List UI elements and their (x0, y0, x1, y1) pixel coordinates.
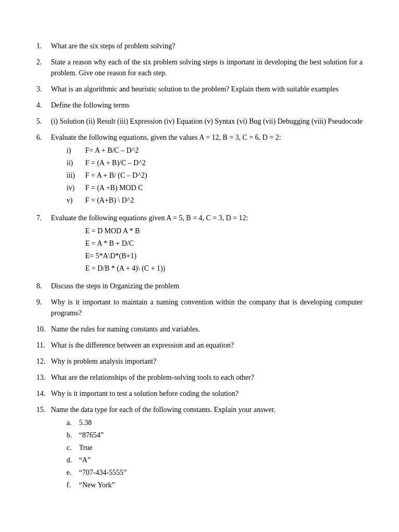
question-text: (i) Solution (ii) Result (iii) Expressio… (51, 116, 363, 127)
alpha-label: d. (66, 455, 79, 466)
alpha-item: b.“87654” (66, 430, 363, 441)
sub-text: E = A * B + D/C (85, 238, 363, 249)
question-text: Discuss the steps in Organizing the prob… (51, 281, 363, 291)
alpha-label: b. (66, 430, 79, 441)
sub-label (66, 225, 85, 236)
question-item: 14.Why is it important to test a solutio… (36, 388, 363, 399)
alpha-text: “A” (79, 455, 363, 466)
alpha-label: c. (66, 442, 79, 453)
sub-item: v)F = (A+B) \ D^2 (66, 195, 363, 206)
sub-item: E = D/B * (A + 4)\ (C + 1)) (66, 263, 363, 274)
question-item: 5.(i) Solution (ii) Result (iii) Express… (36, 116, 363, 127)
sub-text: F= A + B/C – D^2 (85, 145, 363, 156)
sub-text: F = (A + B)/C – D^2 (85, 157, 363, 168)
question-number: 12. (36, 356, 51, 367)
sub-text: E = D/B * (A + 4)\ (C + 1)) (85, 263, 363, 274)
question-text: What are the six steps of problem solvin… (51, 41, 363, 51)
sub-label: iv) (66, 182, 85, 193)
sub-item: E = A * B + D/C (66, 238, 363, 249)
question-text: Why is problem analysis important? (51, 356, 363, 367)
sub-item: E = D MOD A * B (66, 225, 363, 236)
question-list: 1.What are the six steps of problem solv… (36, 41, 363, 492)
sub-text: F = A + B/ (C – D^2) (85, 170, 363, 181)
question-item: 15.Name the data type for each of the fo… (36, 404, 363, 492)
question-text: What are the relationships of the proble… (51, 372, 363, 383)
sub-text: F = (A+B) \ D^2 (85, 195, 363, 206)
question-item: 4.Define the following terms (36, 100, 363, 111)
alpha-item: e.“707-434-5555” (66, 467, 363, 478)
question-text: Define the following terms (51, 100, 363, 111)
alpha-text: “New York” (79, 480, 363, 490)
question-text: What is the difference between an expres… (51, 340, 363, 351)
question-number: 3. (36, 84, 51, 95)
question-text: Evaluate the following equations given A… (51, 212, 363, 275)
question-item: 6.Evaluate the following equations, give… (36, 132, 363, 207)
question-item: 7.Evaluate the following equations given… (36, 212, 363, 275)
sub-item: E= 5*A\D*(B+1) (66, 250, 363, 261)
question-text: What is an algorithmic and heuristic sol… (51, 84, 363, 95)
alpha-label: a. (66, 417, 79, 428)
question-text: Why is it important to test a solution b… (51, 388, 363, 399)
alpha-item: d.“A” (66, 455, 363, 466)
question-number: 10. (36, 324, 51, 335)
sub-list: E = D MOD A * BE = A * B + D/CE= 5*A\D*(… (51, 225, 363, 274)
alpha-label: e. (66, 467, 79, 478)
question-number: 14. (36, 388, 51, 399)
sub-text: E= 5*A\D*(B+1) (85, 250, 363, 261)
question-item: 12.Why is problem analysis important? (36, 356, 363, 367)
sub-item: i)F= A + B/C – D^2 (66, 145, 363, 156)
sub-item: iv)F = (A +B) MOD C (66, 182, 363, 193)
alpha-item: c.True (66, 442, 363, 453)
question-number: 13. (36, 372, 51, 383)
question-text: Evaluate the following equations, given … (51, 132, 363, 207)
question-text: Why is it important to maintain a naming… (51, 297, 363, 318)
question-item: 11.What is the difference between an exp… (36, 340, 363, 351)
question-item: 1.What are the six steps of problem solv… (36, 41, 363, 51)
sub-label (66, 238, 85, 249)
question-text: Name the rules for naming constants and … (51, 324, 363, 335)
alpha-label: f. (66, 480, 79, 490)
question-number: 5. (36, 116, 51, 127)
question-number: 8. (36, 281, 51, 291)
sub-label (66, 263, 85, 274)
sub-label: i) (66, 145, 85, 156)
sub-text: F = (A +B) MOD C (85, 182, 363, 193)
sub-label: v) (66, 195, 85, 206)
sub-label (66, 250, 85, 261)
question-text: State a reason why each of the six probl… (51, 57, 363, 78)
alpha-text: True (79, 442, 363, 453)
question-item: 10.Name the rules for naming constants a… (36, 324, 363, 335)
alpha-text: “87654” (79, 430, 363, 441)
alpha-item: a.5.38 (66, 417, 363, 428)
sub-list: i)F= A + B/C – D^2ii)F = (A + B)/C – D^2… (51, 145, 363, 206)
sub-item: ii)F = (A + B)/C – D^2 (66, 157, 363, 168)
question-number: 2. (36, 57, 51, 78)
sub-label: iii) (66, 170, 85, 181)
question-number: 4. (36, 100, 51, 111)
alpha-text: 5.38 (79, 417, 363, 428)
question-item: 2.State a reason why each of the six pro… (36, 57, 363, 78)
question-item: 8.Discuss the steps in Organizing the pr… (36, 281, 363, 291)
question-text: Name the data type for each of the follo… (51, 404, 363, 492)
question-number: 6. (36, 132, 51, 207)
question-number: 15. (36, 404, 51, 492)
alpha-item: f.“New York” (66, 480, 363, 490)
alpha-text: “707-434-5555” (79, 467, 363, 478)
question-number: 11. (36, 340, 51, 351)
sub-label: ii) (66, 157, 85, 168)
question-number: 9. (36, 297, 51, 318)
alpha-list: a.5.38b.“87654”c.Trued.“A”e.“707-434-555… (51, 417, 363, 490)
sub-text: E = D MOD A * B (85, 225, 363, 236)
question-item: 9.Why is it important to maintain a nami… (36, 297, 363, 318)
question-item: 3.What is an algorithmic and heuristic s… (36, 84, 363, 95)
sub-item: iii)F = A + B/ (C – D^2) (66, 170, 363, 181)
question-number: 7. (36, 212, 51, 275)
question-number: 1. (36, 41, 51, 51)
question-item: 13.What are the relationships of the pro… (36, 372, 363, 383)
